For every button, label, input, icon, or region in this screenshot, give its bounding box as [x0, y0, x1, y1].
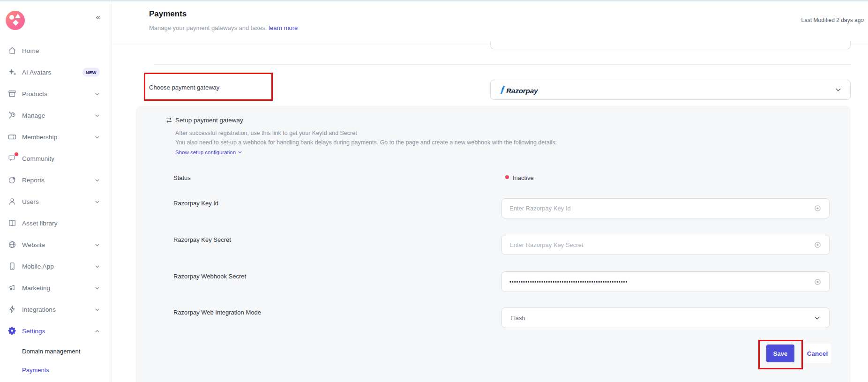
chevron-down-icon	[94, 134, 100, 140]
tools-icon	[7, 111, 17, 120]
globe-icon	[7, 240, 17, 249]
sidebar-item-mobile-app[interactable]: Mobile App	[0, 255, 112, 277]
gear-icon	[7, 326, 17, 336]
swap-arrows-icon	[165, 116, 173, 124]
sidebar-item-label: Products	[22, 90, 47, 97]
sidebar-item-ai-avatars[interactable]: AI Avatars NEW	[0, 61, 112, 83]
sidebar-collapse-button[interactable]: «	[96, 13, 100, 21]
eye-icon[interactable]	[814, 278, 822, 286]
sidebar-item-label: Integrations	[22, 306, 56, 313]
chevron-down-icon	[94, 177, 100, 183]
setup-instruction-line1: After successful registration, use this …	[175, 130, 357, 136]
logo-diamond-shape	[13, 20, 19, 26]
sidebar-subitem-domain-management[interactable]: Domain management	[0, 342, 112, 360]
sidebar-item-community[interactable]: Community	[0, 148, 112, 169]
status-label: Status	[173, 174, 191, 181]
integration-mode-value: Flash	[510, 315, 525, 322]
sidebar-item-label: Users	[22, 198, 39, 205]
sidebar-item-label: Mobile App	[22, 263, 54, 270]
eye-icon[interactable]	[814, 204, 822, 212]
page-top-strip	[0, 0, 868, 1]
phone-icon	[7, 262, 17, 271]
sidebar-item-marketing[interactable]: Marketing	[0, 277, 112, 299]
lightning-icon	[7, 305, 17, 314]
notification-dot	[15, 152, 18, 156]
eye-icon[interactable]	[814, 241, 822, 249]
megaphone-icon	[7, 283, 17, 292]
cancel-button[interactable]: Cancel	[804, 344, 831, 363]
main-content: Payments Manage your payment gateways an…	[112, 0, 868, 382]
sidebar-item-asset-library[interactable]: Asset library	[0, 212, 112, 234]
sidebar-item-reports[interactable]: Reports	[0, 169, 112, 191]
integration-mode-label: Razorpay Web Integration Mode	[173, 309, 261, 316]
key-secret-input[interactable]	[509, 241, 809, 248]
chevron-down-icon	[835, 86, 842, 93]
status-value: Inactive	[513, 174, 534, 181]
chevron-down-icon	[94, 285, 100, 291]
ticket-icon	[7, 132, 17, 142]
logo-circle-shape	[9, 15, 14, 20]
sidebar-item-label: Reports	[22, 177, 45, 184]
sidebar-item-label: Settings	[22, 328, 45, 335]
chevron-down-icon	[94, 112, 100, 119]
clipped-input-bottom	[490, 42, 851, 49]
sidebar-item-users[interactable]: Users	[0, 191, 112, 212]
sidebar-item-website[interactable]: Website	[0, 234, 112, 255]
chat-bubble-icon	[7, 154, 17, 163]
settings-submenu: Domain management Payments	[0, 342, 112, 379]
webhook-secret-label: Razorpay Webhook Secret	[173, 273, 246, 280]
sidebar-item-settings[interactable]: Settings	[0, 320, 112, 342]
sidebar-item-label: Marketing	[22, 285, 50, 292]
chevron-down-icon	[238, 150, 242, 155]
book-icon	[7, 218, 17, 228]
person-icon	[7, 197, 17, 206]
key-id-label: Razorpay Key Id	[173, 200, 218, 207]
webhook-secret-field	[501, 271, 830, 292]
sidebar: « Home AI Avatars NEW Products Manage Me…	[0, 0, 112, 382]
brand-logo	[6, 11, 25, 30]
sidebar-item-products[interactable]: Products	[0, 83, 112, 105]
sparkle-icon	[7, 67, 17, 77]
inactive-status-dot	[505, 175, 509, 179]
sidebar-item-label: Home	[22, 47, 39, 54]
section-divider	[154, 64, 851, 65]
gateway-label: Choose payment gateway	[149, 84, 219, 91]
save-button[interactable]: Save	[766, 345, 794, 362]
learn-more-link[interactable]: learn more	[269, 24, 298, 31]
chevron-down-icon	[814, 315, 821, 322]
sidebar-item-label: Community	[22, 155, 54, 162]
key-secret-label: Razorpay Key Secret	[173, 236, 231, 243]
chevron-down-icon	[94, 307, 100, 313]
chevron-down-icon	[94, 242, 100, 248]
page-subtitle: Manage your payment gateways and taxes. …	[149, 24, 298, 31]
show-setup-configuration-link[interactable]: Show setup configuration	[175, 150, 242, 155]
sidebar-item-label: Website	[22, 241, 45, 248]
webhook-secret-input[interactable]	[509, 279, 809, 285]
sidebar-item-manage[interactable]: Manage	[0, 105, 112, 126]
sidebar-item-label: AI Avatars	[22, 69, 51, 76]
page-title: Payments	[149, 9, 187, 19]
chevron-down-icon	[94, 263, 100, 270]
sidebar-item-home[interactable]: Home	[0, 40, 112, 61]
chevron-up-icon	[94, 328, 100, 334]
sidebar-nav: Home AI Avatars NEW Products Manage Memb…	[0, 40, 112, 342]
logo-triangle-shape	[15, 14, 21, 18]
pie-chart-icon	[7, 175, 17, 185]
sidebar-item-label: Membership	[22, 134, 57, 141]
setup-section-title: Setup payment gateway	[175, 117, 243, 124]
key-id-field	[501, 198, 830, 218]
key-id-input[interactable]	[509, 205, 809, 212]
new-badge: NEW	[82, 68, 100, 77]
integration-mode-select[interactable]: Flash	[501, 307, 830, 328]
sidebar-subitem-payments[interactable]: Payments	[0, 360, 112, 379]
home-icon	[7, 46, 17, 55]
sidebar-item-label: Manage	[22, 112, 45, 119]
gateway-selected-value: Razorpay	[506, 87, 538, 95]
last-modified-text: Last Modified 2 days ago	[801, 17, 864, 23]
setup-instruction-line2: You also need to set-up a webhook for ha…	[175, 139, 557, 146]
sidebar-item-integrations[interactable]: Integrations	[0, 299, 112, 320]
gateway-select[interactable]: Razorpay	[490, 80, 851, 100]
sidebar-item-membership[interactable]: Membership	[0, 126, 112, 148]
archive-box-icon	[7, 89, 17, 98]
key-secret-field	[501, 235, 830, 255]
